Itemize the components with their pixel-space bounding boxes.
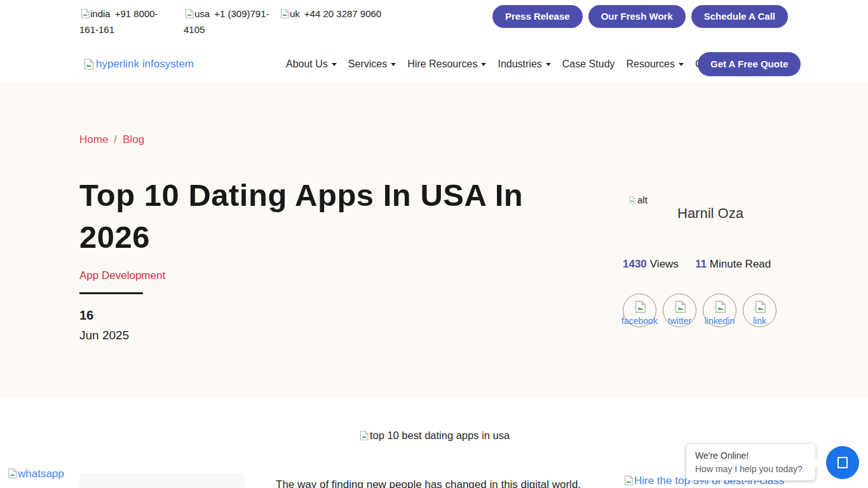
phone-link-usa[interactable]: usa+1 (309)791-4105 — [184, 6, 270, 37]
press-release-button[interactable]: Press Release — [492, 5, 583, 28]
broken-image-icon — [753, 300, 767, 314]
twitter-share-button[interactable]: twitter — [663, 294, 696, 327]
chat-launcher-button[interactable] — [826, 446, 859, 479]
topbar-buttons: Press Release Our Fresh Work Schedule A … — [492, 5, 788, 28]
chat-greeting-tooltip[interactable]: We're Online! How may I help you today? — [686, 444, 815, 480]
chat-icon — [837, 457, 848, 468]
whatsapp-button[interactable]: whatsapp — [6, 468, 64, 480]
logo-link[interactable]: hyperlink infosystem — [82, 48, 194, 81]
phone-link-india[interactable]: india+91 8000-161-161 — [79, 6, 175, 37]
social-share-buttons: facebook twitter linkedin link — [623, 294, 776, 327]
article-hero-section: Home/Blog Top 10 Dating Apps In USA In 2… — [0, 81, 868, 398]
chevron-down-icon — [391, 63, 396, 66]
broken-image-icon — [184, 8, 194, 19]
nav-case-study[interactable]: Case Study — [562, 58, 615, 70]
contact-list: india+91 8000-161-161 usa+1 (309)791-410… — [79, 6, 381, 37]
author-avatar: alt — [628, 194, 648, 205]
read-time-stat: 11Minute Read — [695, 258, 771, 271]
chat-prompt-text: How may I help you today? — [695, 464, 806, 474]
breadcrumb: Home/Blog — [79, 133, 144, 146]
main-navigation: hyperlink infosystem About Us Services H… — [0, 48, 868, 81]
views-stat: 1430Views — [623, 258, 679, 271]
table-of-contents-box — [79, 473, 245, 488]
broken-image-icon — [623, 475, 634, 486]
broken-image-icon — [358, 430, 369, 441]
article-stats: 1430Views 11Minute Read — [623, 258, 771, 271]
flag-alt-usa: usa — [194, 8, 210, 19]
phone-link-uk[interactable]: uk+44 20 3287 9060 — [279, 6, 381, 22]
breadcrumb-separator: / — [114, 133, 117, 146]
intro-paragraph: The way of finding new people has change… — [276, 477, 593, 488]
chevron-down-icon — [481, 63, 486, 66]
nav-items: About Us Services Hire Resources Industr… — [286, 48, 745, 81]
hero-image-placeholder: top 10 best dating apps in usa — [0, 430, 868, 442]
phone-number: +44 20 3287 9060 — [304, 8, 381, 19]
linkedin-alt-text: linkedin — [705, 316, 735, 326]
category-link[interactable]: App Development — [79, 269, 165, 282]
hero-image-alt-text: top 10 best dating apps in usa — [370, 430, 510, 441]
broken-image-icon — [6, 468, 18, 479]
chevron-down-icon — [679, 63, 684, 66]
publish-date-day: 16 — [79, 308, 93, 323]
chevron-down-icon — [332, 63, 337, 66]
broken-image-icon — [82, 58, 95, 71]
chevron-down-icon — [546, 63, 551, 66]
linkedin-share-button[interactable]: linkedin — [703, 294, 736, 327]
facebook-alt-text: facebook — [621, 316, 658, 326]
broken-image-icon — [279, 8, 290, 19]
page-title: Top 10 Dating Apps In USA In 2026 — [79, 174, 559, 258]
broken-image-icon — [713, 300, 727, 314]
broken-image-icon — [628, 196, 636, 204]
nav-hire-resources[interactable]: Hire Resources — [407, 58, 486, 70]
link-alt-text: link — [753, 316, 766, 326]
facebook-share-button[interactable]: facebook — [623, 294, 656, 327]
get-a-free-quote-button[interactable]: Get A Free Quote — [698, 52, 801, 76]
nav-services[interactable]: Services — [348, 58, 396, 70]
breadcrumb-home-link[interactable]: Home — [79, 133, 108, 146]
broken-image-icon — [79, 8, 90, 19]
schedule-a-call-button[interactable]: Schedule A Call — [691, 5, 788, 28]
broken-image-icon — [673, 300, 687, 314]
logo-alt-text: hyperlink infosystem — [96, 58, 194, 71]
breadcrumb-blog-link[interactable]: Blog — [123, 133, 144, 146]
chat-status-text: We're Online! — [695, 451, 806, 461]
twitter-alt-text: twitter — [668, 316, 691, 326]
nav-about-us[interactable]: About Us — [286, 58, 337, 70]
flag-alt-india: india — [90, 8, 111, 19]
flag-alt-uk: uk — [290, 8, 300, 19]
publish-date-monthyear: Jun 2025 — [79, 329, 129, 342]
avatar-alt-text: alt — [637, 194, 648, 205]
broken-image-icon — [633, 300, 647, 314]
author-name: Harnil Oza — [677, 205, 743, 222]
whatsapp-alt-text: whatsapp — [18, 468, 64, 480]
topbar: india+91 8000-161-161 usa+1 (309)791-410… — [0, 0, 868, 39]
copy-link-button[interactable]: link — [743, 294, 776, 327]
our-fresh-work-button[interactable]: Our Fresh Work — [588, 5, 686, 28]
title-divider — [79, 292, 143, 294]
nav-resources[interactable]: Resources — [627, 58, 684, 70]
nav-industries[interactable]: Industries — [498, 58, 550, 70]
